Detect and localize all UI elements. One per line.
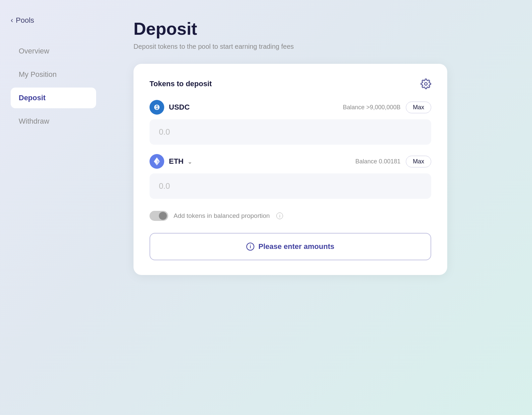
settings-icon[interactable] — [421, 79, 431, 89]
sidebar-item-overview[interactable]: Overview — [11, 41, 96, 61]
eth-name: ETH ⌄ — [169, 157, 192, 166]
main-content: Deposit Deposit tokens to the pool to st… — [107, 0, 532, 415]
page-title: Deposit — [134, 19, 505, 39]
sidebar-item-label: Overview — [19, 47, 49, 55]
submit-button[interactable]: i Please enter amounts — [150, 233, 431, 260]
back-arrow-icon: ‹ — [11, 16, 13, 25]
balanced-proportion-toggle[interactable] — [150, 211, 168, 221]
sidebar-item-label: My Position — [19, 70, 57, 79]
back-link[interactable]: ‹ Pools — [11, 16, 96, 25]
eth-token-info: ETH ⌄ — [150, 154, 192, 169]
submit-button-label: Please enter amounts — [258, 242, 334, 251]
sidebar-item-label: Withdraw — [19, 117, 49, 125]
page-subtitle: Deposit tokens to the pool to start earn… — [134, 43, 505, 50]
sidebar: ‹ Pools Overview My Position Deposit Wit… — [0, 0, 107, 415]
usdc-name: USDC — [169, 103, 190, 112]
usdc-balance-group: Balance >9,000,000B Max — [343, 102, 431, 113]
submit-button-icon: i — [246, 243, 254, 251]
usdc-max-button[interactable]: Max — [406, 102, 431, 113]
back-label: Pools — [16, 16, 34, 25]
eth-balance-group: Balance 0.00181 Max — [355, 156, 431, 167]
eth-icon — [150, 154, 164, 169]
eth-dropdown-icon[interactable]: ⌄ — [188, 159, 192, 165]
sidebar-item-withdraw[interactable]: Withdraw — [11, 111, 96, 132]
toggle-info-icon[interactable]: i — [276, 213, 283, 219]
usdc-token-row: USDC Balance >9,000,000B Max — [150, 100, 431, 115]
card-header: Tokens to deposit — [150, 79, 431, 89]
sidebar-item-label: Deposit — [19, 94, 46, 102]
deposit-card: Tokens to deposit USDC Balance >9,000, — [134, 64, 447, 275]
eth-input[interactable] — [150, 173, 431, 199]
usdc-icon — [150, 100, 164, 115]
eth-token-row: ETH ⌄ Balance 0.00181 Max — [150, 154, 431, 169]
card-header-title: Tokens to deposit — [150, 80, 212, 88]
sidebar-item-my-position[interactable]: My Position — [11, 64, 96, 85]
sidebar-item-deposit[interactable]: Deposit — [11, 88, 96, 108]
svg-point-1 — [152, 103, 162, 112]
usdc-input[interactable] — [150, 119, 431, 145]
usdc-token-info: USDC — [150, 100, 190, 115]
usdc-balance-text: Balance >9,000,000B — [343, 104, 401, 111]
svg-point-0 — [425, 83, 427, 85]
eth-max-button[interactable]: Max — [406, 156, 431, 167]
balanced-proportion-toggle-row: Add tokens in balanced proportion i — [150, 208, 431, 224]
eth-balance-text: Balance 0.00181 — [355, 158, 401, 165]
toggle-label: Add tokens in balanced proportion — [174, 212, 270, 220]
